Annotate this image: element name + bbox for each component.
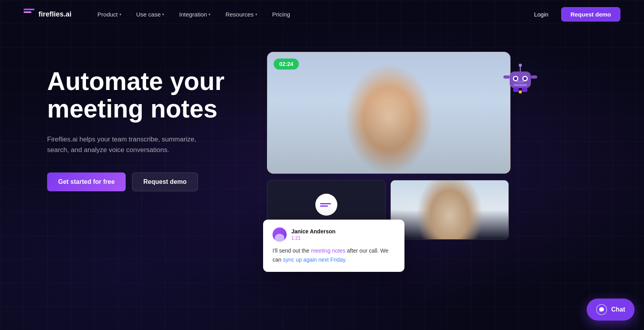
svg-rect-10	[513, 87, 519, 92]
highlight-meeting-notes: meeting notes	[311, 248, 346, 254]
hero-buttons: Get started for free Request demo	[47, 172, 236, 191]
logo-icon	[24, 9, 35, 20]
logo-bar-1	[320, 203, 331, 204]
chat-label: Chat	[611, 306, 625, 313]
get-started-button[interactable]: Get started for free	[47, 172, 126, 191]
nav-item-pricing[interactable]: Pricing	[266, 8, 296, 21]
chevron-down-icon: ▾	[255, 12, 257, 16]
request-demo-nav-button[interactable]: Request demo	[561, 7, 620, 22]
logo-text: fireflies.ai	[38, 10, 71, 18]
hero-subtitle: Fireflies.ai helps your team transcribe,…	[47, 134, 212, 155]
transcript-person-info: Janice Anderson 1:21	[291, 228, 335, 241]
svg-point-6	[523, 77, 527, 80]
video-bottom-right-panel	[390, 180, 509, 240]
svg-rect-7	[514, 84, 527, 86]
robot-mascot	[503, 64, 538, 99]
svg-rect-12	[516, 81, 524, 82]
svg-point-5	[514, 77, 517, 80]
nav-right: Login Request demo	[528, 7, 620, 22]
hero-left: Automate your meeting notes Fireflies.ai…	[47, 52, 236, 191]
transcript-text: I'll send out the meeting notes after ou…	[273, 246, 395, 264]
person-figure-main	[267, 52, 510, 173]
request-demo-hero-button[interactable]: Request demo	[132, 172, 198, 191]
nav-links: Product ▾ Use case ▾ Integration ▾ Resou…	[91, 8, 528, 21]
hero-right: 02:24 Janice Anderson 1:21 I'll send out…	[267, 52, 620, 240]
chat-icon	[596, 304, 607, 315]
chat-button[interactable]: Chat	[587, 299, 635, 321]
logo-bar-2	[320, 205, 328, 207]
transcript-name: Janice Anderson	[291, 228, 335, 235]
hero-title: Automate your meeting notes	[47, 68, 236, 123]
svg-rect-11	[522, 87, 527, 92]
fireflies-logo-inner	[320, 198, 333, 211]
nav-item-integration[interactable]: Integration ▾	[173, 8, 217, 21]
transcript-bubble: Janice Anderson 1:21 I'll send out the m…	[263, 220, 404, 272]
transcript-time: 1:21	[291, 235, 335, 241]
transcript-header: Janice Anderson 1:21	[273, 227, 395, 242]
chevron-down-icon: ▾	[119, 12, 121, 16]
svg-rect-9	[531, 75, 537, 79]
person-figure-right	[391, 180, 509, 239]
nav-item-usecase[interactable]: Use case ▾	[130, 8, 171, 21]
nav-item-resources[interactable]: Resources ▾	[219, 8, 263, 21]
svg-rect-8	[503, 75, 510, 79]
avatar	[273, 227, 287, 242]
video-main-panel: 02:24	[267, 52, 510, 174]
chevron-down-icon: ▾	[162, 12, 164, 16]
timer-badge: 02:24	[274, 59, 299, 70]
svg-point-1	[519, 64, 522, 67]
nav-item-product[interactable]: Product ▾	[91, 8, 128, 21]
hero-section: Automate your meeting notes Fireflies.ai…	[0, 28, 644, 240]
highlight-sync-up: sync up again next Friday.	[283, 257, 346, 263]
navbar: fireflies.ai Product ▾ Use case ▾ Integr…	[0, 0, 644, 28]
logo[interactable]: fireflies.ai	[24, 9, 71, 20]
login-button[interactable]: Login	[528, 8, 555, 21]
chevron-down-icon: ▾	[209, 12, 210, 16]
fireflies-logo-circle	[315, 194, 337, 216]
svg-point-13	[519, 90, 522, 94]
